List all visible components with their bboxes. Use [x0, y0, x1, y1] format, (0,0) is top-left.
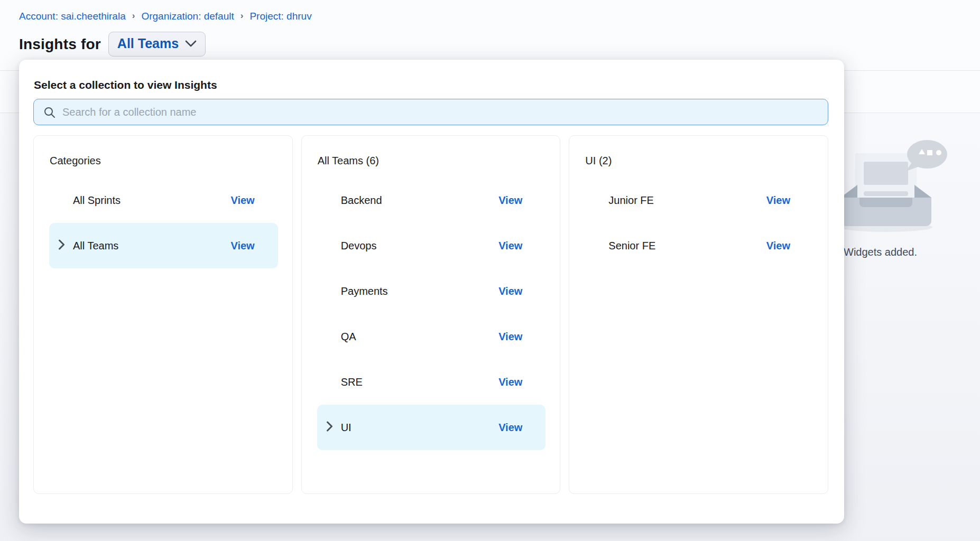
breadcrumb-separator-icon: ›: [132, 11, 135, 21]
list-item-devops[interactable]: Devops View: [317, 223, 546, 268]
column-ui: UI (2) Junior FE View Senior FE View: [569, 135, 828, 494]
item-name: QA: [341, 331, 356, 343]
collection-selector-label: All Teams: [117, 36, 179, 51]
search-icon: [43, 106, 56, 119]
view-link[interactable]: View: [230, 194, 254, 207]
page-title: Insights for: [19, 36, 101, 53]
chevron-right-icon: [58, 239, 65, 252]
list-item-qa[interactable]: QA View: [317, 314, 546, 359]
view-link[interactable]: View: [230, 240, 254, 252]
view-link[interactable]: View: [766, 194, 790, 207]
view-link[interactable]: View: [498, 331, 522, 343]
item-name: Senior FE: [608, 240, 655, 252]
view-link[interactable]: View: [498, 285, 522, 297]
view-link[interactable]: View: [766, 240, 790, 252]
chevron-down-icon: [185, 40, 197, 48]
item-name: Backend: [341, 194, 382, 207]
item-name: UI: [341, 422, 352, 434]
view-link[interactable]: View: [498, 376, 522, 388]
breadcrumb: Account: sai.cheethirala › Organization:…: [19, 11, 312, 22]
view-link[interactable]: View: [498, 194, 522, 207]
column-all-teams: All Teams (6) Backend View Devops View P…: [301, 135, 561, 494]
column-header: UI (2): [585, 155, 828, 167]
breadcrumb-project[interactable]: Project: dhruv: [249, 11, 311, 22]
item-name: All Teams: [73, 240, 118, 252]
list-item-all-sprints[interactable]: All Sprints View: [49, 178, 278, 223]
item-name: Devops: [341, 240, 377, 252]
chevron-right-icon: [326, 421, 333, 434]
modal-title: Select a collection to view Insights: [34, 79, 828, 91]
column-categories: Categories All Sprints View All Teams Vi…: [33, 135, 293, 494]
item-name: SRE: [341, 376, 363, 388]
item-name: All Sprints: [73, 194, 121, 207]
collection-search: [33, 99, 828, 125]
empty-state-text: Widgets added.: [844, 246, 917, 258]
column-header: Categories: [50, 155, 292, 167]
item-name: Payments: [341, 285, 388, 297]
list-item-ui[interactable]: UI View: [317, 405, 546, 450]
collection-picker-modal: Select a collection to view Insights Cat…: [19, 60, 844, 524]
collection-columns: Categories All Sprints View All Teams Vi…: [33, 135, 828, 494]
list-item-senior-fe[interactable]: Senior FE View: [585, 223, 813, 268]
list-item-sre[interactable]: SRE View: [317, 359, 546, 405]
breadcrumb-account[interactable]: Account: sai.cheethirala: [19, 11, 126, 22]
search-input[interactable]: [34, 99, 828, 125]
list-item-payments[interactable]: Payments View: [317, 268, 546, 314]
item-name: Junior FE: [608, 194, 654, 207]
breadcrumb-organization[interactable]: Organization: default: [141, 11, 234, 22]
empty-inbox-icon: [838, 138, 949, 234]
page-header: Insights for All Teams: [19, 32, 206, 57]
list-item-backend[interactable]: Backend View: [317, 178, 546, 223]
collection-selector-button[interactable]: All Teams: [108, 32, 206, 57]
breadcrumb-separator-icon: ›: [241, 11, 244, 21]
view-link[interactable]: View: [498, 422, 522, 434]
empty-state: Widgets added.: [838, 138, 976, 234]
list-item-all-teams[interactable]: All Teams View: [49, 223, 278, 268]
column-header: All Teams (6): [318, 155, 560, 167]
list-item-junior-fe[interactable]: Junior FE View: [585, 178, 813, 223]
view-link[interactable]: View: [498, 240, 522, 252]
